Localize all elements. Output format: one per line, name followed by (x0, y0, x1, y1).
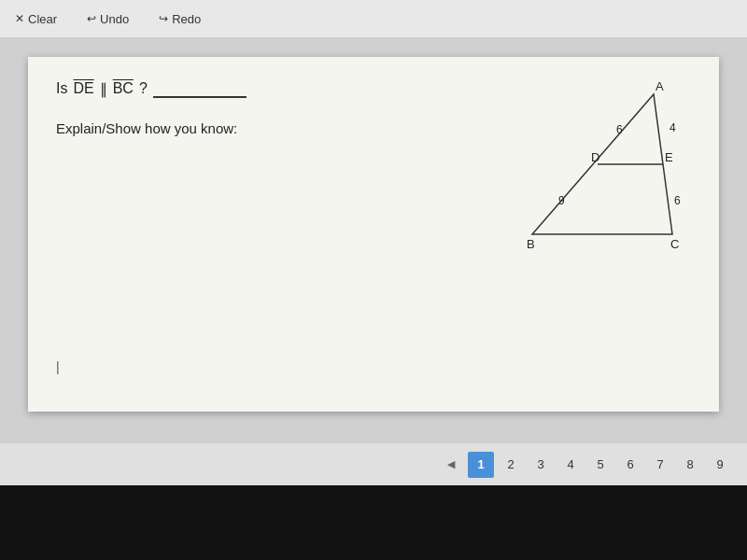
segment-bc: BC (113, 80, 134, 97)
svg-text:C: C (670, 237, 679, 251)
prev-page-button[interactable]: ◀ (438, 452, 464, 478)
clear-button[interactable]: ✕ Clear (9, 8, 63, 30)
svg-text:D: D (591, 150, 599, 164)
page-1-button[interactable]: 1 (468, 452, 494, 478)
worksheet: Is DE ∥ BC ? Explain/Show how you know: (28, 57, 719, 412)
triangle-diagram: A B C D E 6 9 4 6 (504, 76, 691, 262)
page-5-button[interactable]: 5 (587, 452, 613, 478)
svg-text:6: 6 (616, 123, 623, 136)
screen: ✕ Clear ↩ Undo ↪ Redo Is DE ∥ BC ? Expla… (0, 0, 747, 560)
page-6-button[interactable]: 6 (617, 452, 643, 478)
undo-button[interactable]: ↩ Undo (81, 8, 134, 30)
page-4-button[interactable]: 4 (557, 452, 584, 478)
parallel-symbol: ∥ (100, 80, 107, 98)
page-7-button[interactable]: 7 (647, 452, 673, 478)
page-8-button[interactable]: 8 (677, 452, 703, 478)
question-suffix: ? (139, 80, 148, 97)
redo-button[interactable]: ↪ Redo (153, 8, 206, 30)
pagination-bar: ◀ 1 2 3 4 5 6 7 8 9 (0, 443, 747, 485)
svg-text:E: E (665, 150, 673, 164)
content-area: Is DE ∥ BC ? Explain/Show how you know: (0, 38, 747, 443)
bottom-bar (0, 485, 747, 560)
page-3-button[interactable]: 3 (528, 452, 554, 478)
answer-input[interactable] (153, 79, 247, 98)
segment-de: DE (73, 80, 93, 97)
x-icon: ✕ (15, 12, 24, 25)
undo-icon: ↩ (87, 12, 96, 25)
triangle-svg: A B C D E 6 9 4 6 (504, 76, 691, 262)
redo-icon: ↪ (159, 12, 168, 25)
page-9-button[interactable]: 9 (707, 452, 733, 478)
svg-text:9: 9 (558, 194, 565, 207)
svg-text:6: 6 (674, 194, 681, 207)
svg-text:B: B (527, 237, 535, 251)
question-prefix: Is (56, 80, 67, 97)
svg-text:4: 4 (669, 121, 676, 134)
page-2-button[interactable]: 2 (498, 452, 524, 478)
cursor-mark: | (56, 359, 60, 374)
svg-text:A: A (655, 79, 664, 93)
toolbar: ✕ Clear ↩ Undo ↪ Redo (0, 0, 747, 38)
